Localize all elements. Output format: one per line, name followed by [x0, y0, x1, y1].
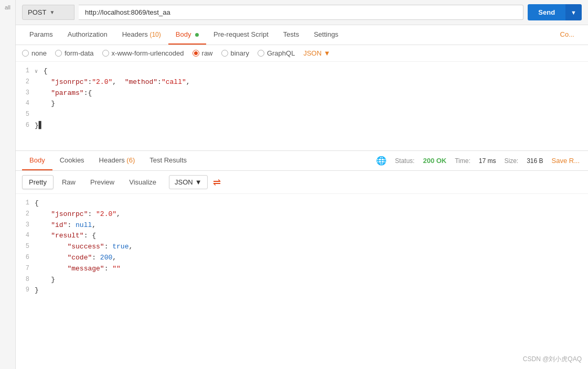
- resp-line-5: 5 "success": true,: [16, 242, 588, 253]
- radio-form-data[interactable]: form-data: [55, 49, 94, 57]
- tab-cookies-overflow[interactable]: Co...: [553, 25, 582, 45]
- resp-format-pretty[interactable]: Pretty: [22, 175, 54, 189]
- resp-tab-headers[interactable]: Headers (6): [92, 151, 143, 170]
- body-dot: [195, 33, 199, 37]
- request-code-editor[interactable]: 1 ∨ { 2 "jsonrpc":"2.0", "method":"call"…: [16, 62, 588, 151]
- radio-graphql[interactable]: GraphQL: [258, 49, 295, 57]
- radio-binary[interactable]: binary: [221, 49, 249, 57]
- status-value: 200 OK: [423, 157, 446, 165]
- json-type-label: JSON: [303, 49, 322, 57]
- headers-count: (10): [149, 31, 161, 38]
- tab-headers[interactable]: Headers (10): [115, 25, 168, 45]
- send-btn-group: Send ▼: [528, 4, 582, 20]
- radio-raw-label: raw: [202, 49, 213, 57]
- resp-headers-count: (6): [126, 156, 135, 164]
- code-line-4: 4 }: [16, 99, 588, 110]
- globe-icon: 🌐: [376, 156, 387, 166]
- size-value: 316 B: [527, 157, 543, 165]
- code-line-6: 6 }▋: [16, 121, 588, 132]
- tab-tests[interactable]: Tests: [276, 25, 306, 45]
- resp-format-visualize[interactable]: Visualize: [123, 176, 163, 189]
- resp-tab-test-results[interactable]: Test Results: [142, 151, 194, 170]
- json-type-chevron-icon: ▼: [324, 49, 330, 57]
- resp-line-7: 7 "message": "": [16, 264, 588, 275]
- radio-urlencoded-label: x-www-form-urlencoded: [112, 49, 184, 57]
- tab-authorization[interactable]: Authorization: [60, 25, 115, 45]
- response-code-editor: 1 { 2 "jsonrpc": "2.0", 3 "id": null, 4: [16, 194, 588, 300]
- radio-circle-urlencoded: [102, 50, 109, 57]
- resp-line-3: 3 "id": null,: [16, 220, 588, 231]
- resp-line-9: 9 }: [16, 285, 588, 296]
- radio-circle-binary: [221, 50, 228, 57]
- radio-form-data-label: form-data: [65, 49, 94, 57]
- code-line-2: 2 "jsonrpc":"2.0", "method":"call",: [16, 77, 588, 88]
- radio-circle-graphql: [258, 50, 264, 57]
- radio-none[interactable]: none: [22, 49, 47, 57]
- time-label: Time:: [455, 157, 471, 165]
- code-line-5: 5: [16, 110, 588, 121]
- radio-raw[interactable]: raw: [193, 49, 213, 57]
- tab-settings[interactable]: Settings: [306, 25, 346, 45]
- resp-line-4: 4 "result": {: [16, 231, 588, 242]
- send-button[interactable]: Send: [528, 4, 565, 20]
- sidebar: all: [0, 0, 16, 300]
- response-section: Body Cookies Headers (6) Test Results 🌐 …: [16, 151, 588, 300]
- send-dropdown-button[interactable]: ▼: [565, 4, 582, 20]
- resp-format-raw[interactable]: Raw: [56, 176, 82, 189]
- code-line-1: 1 ∨ {: [16, 66, 588, 77]
- size-label: Size:: [504, 157, 518, 165]
- radio-circle-none: [22, 50, 29, 57]
- json-type-select[interactable]: JSON ▼: [303, 49, 330, 57]
- url-input[interactable]: [79, 5, 523, 20]
- radio-circle-raw: [193, 50, 199, 57]
- resp-line-2: 2 "jsonrpc": "2.0",: [16, 209, 588, 220]
- resp-tab-cookies[interactable]: Cookies: [52, 151, 92, 170]
- main-content: POST ▼ Send ▼ Params Authorization Heade…: [16, 0, 588, 300]
- method-chevron-icon: ▼: [49, 9, 55, 15]
- response-meta: 🌐 Status: 200 OK Time: 17 ms Size: 316 B…: [376, 156, 582, 166]
- resp-line-6: 6 "code": 200,: [16, 253, 588, 264]
- resp-json-chevron-icon: ▼: [195, 178, 202, 186]
- time-value: 17 ms: [479, 157, 496, 165]
- tab-body[interactable]: Body: [168, 25, 206, 45]
- sidebar-label: all: [5, 4, 10, 10]
- request-bar: POST ▼ Send ▼: [16, 0, 588, 25]
- radio-binary-label: binary: [231, 49, 249, 57]
- collapse-icon[interactable]: ∨: [35, 69, 38, 74]
- response-toolbar: Pretty Raw Preview Visualize JSON ▼ ⇌: [16, 171, 588, 194]
- save-response-button[interactable]: Save R...: [552, 157, 580, 165]
- method-label: POST: [28, 8, 46, 16]
- status-label: Status:: [395, 157, 414, 165]
- body-options: none form-data x-www-form-urlencoded raw…: [16, 45, 588, 62]
- radio-graphql-label: GraphQL: [267, 49, 295, 57]
- method-select[interactable]: POST ▼: [22, 5, 74, 20]
- radio-circle-form-data: [55, 50, 62, 57]
- tab-pre-request[interactable]: Pre-request Script: [206, 25, 276, 45]
- resp-tab-body[interactable]: Body: [22, 151, 52, 170]
- resp-line-8: 8 }: [16, 275, 588, 286]
- code-line-3: 3 "params":{: [16, 88, 588, 99]
- resp-format-preview[interactable]: Preview: [84, 176, 121, 189]
- resp-line-1: 1 {: [16, 198, 588, 209]
- wrap-button[interactable]: ⇌: [213, 177, 221, 188]
- response-tabs-row: Body Cookies Headers (6) Test Results 🌐 …: [16, 151, 588, 171]
- tab-params[interactable]: Params: [22, 25, 60, 45]
- resp-json-type-select[interactable]: JSON ▼: [169, 175, 208, 189]
- radio-urlencoded[interactable]: x-www-form-urlencoded: [102, 49, 184, 57]
- resp-json-type-label: JSON: [175, 178, 193, 186]
- radio-none-label: none: [31, 49, 47, 57]
- request-tabs: Params Authorization Headers (10) Body P…: [16, 25, 588, 45]
